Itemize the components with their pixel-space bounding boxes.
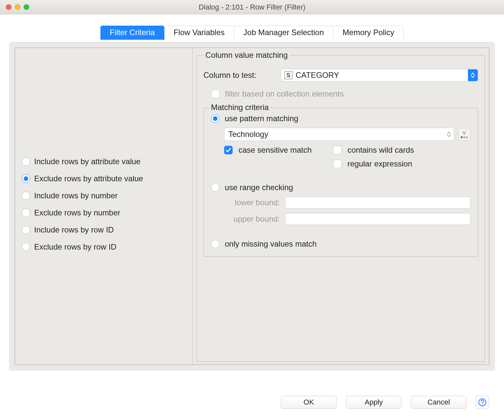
maximize-window-button[interactable] <box>24 4 29 10</box>
flow-variable-button[interactable]: V <box>458 128 471 141</box>
string-type-icon: S <box>284 71 292 79</box>
range-checking-radio[interactable]: use range checking <box>211 183 471 192</box>
wildcards-checkbox[interactable] <box>333 146 342 154</box>
cancel-button[interactable]: Cancel <box>411 396 467 409</box>
option-label: Exclude rows by attribute value <box>34 174 143 183</box>
lower-bound-input[interactable] <box>285 197 471 209</box>
pattern-value-text: Technology <box>228 130 268 139</box>
option-exclude-by-attribute[interactable]: Exclude rows by attribute value <box>22 170 189 187</box>
flow-variable-icon: V <box>463 130 466 136</box>
option-include-by-attribute[interactable]: Include rows by attribute value <box>22 153 189 170</box>
filter-collection-checkbox[interactable] <box>211 90 220 98</box>
tab-filter-criteria[interactable]: Filter Criteria <box>100 26 164 40</box>
tab-job-manager-selection[interactable]: Job Manager Selection <box>234 26 333 40</box>
tab-flow-variables[interactable]: Flow Variables <box>164 26 234 40</box>
select-arrows-icon <box>468 69 478 81</box>
pattern-matching-radio[interactable]: use pattern matching <box>211 114 471 123</box>
range-checking-label: use range checking <box>225 183 293 192</box>
option-label: Include rows by number <box>34 191 118 200</box>
radio-icon <box>22 174 30 183</box>
column-to-test-label: Column to test: <box>203 71 276 80</box>
config-panel: Include rows by attribute value Exclude … <box>9 42 495 370</box>
filter-mode-group: Include rows by attribute value Exclude … <box>15 48 192 365</box>
option-exclude-by-row-id[interactable]: Exclude rows by row ID <box>22 238 189 255</box>
column-to-test-select[interactable]: S CATEGORY <box>281 69 478 81</box>
svg-point-1 <box>482 404 483 405</box>
window-controls <box>6 4 29 10</box>
option-include-by-row-id[interactable]: Include rows by row ID <box>22 221 189 238</box>
lower-bound-label: lower bound: <box>221 198 280 207</box>
radio-icon <box>211 240 220 248</box>
tab-memory-policy[interactable]: Memory Policy <box>333 26 404 40</box>
radio-icon <box>22 191 30 200</box>
radio-icon <box>211 114 220 123</box>
option-label: Exclude rows by number <box>34 208 120 217</box>
matching-criteria-title: Matching criteria <box>209 103 271 112</box>
wildcards-label: contains wild cards <box>347 145 414 155</box>
group-title: Column value matching <box>203 51 290 60</box>
option-label: Include rows by attribute value <box>34 157 140 166</box>
radio-icon <box>22 209 30 217</box>
tab-strip: Filter Criteria Flow Variables Job Manag… <box>9 26 495 40</box>
column-value-matching-group: Column value matching Column to test: S … <box>197 51 485 362</box>
matching-criteria-group: Matching criteria use pattern matching T… <box>203 108 478 257</box>
option-exclude-by-number[interactable]: Exclude rows by number <box>22 204 189 221</box>
close-window-button[interactable] <box>6 4 11 10</box>
case-sensitive-label: case sensitive match <box>239 145 327 155</box>
help-icon <box>478 398 487 407</box>
title-bar: Dialog - 2:101 - Row Filter (Filter) <box>0 0 504 14</box>
combo-stepper-icon <box>445 129 452 140</box>
option-include-by-number[interactable]: Include rows by number <box>22 187 189 204</box>
window-title: Dialog - 2:101 - Row Filter (Filter) <box>0 3 504 11</box>
radio-icon <box>22 243 30 251</box>
regex-checkbox[interactable] <box>333 160 342 168</box>
missing-values-radio[interactable]: only missing values match <box>211 239 471 249</box>
missing-values-label: only missing values match <box>225 239 317 249</box>
radio-icon <box>211 183 220 192</box>
help-button[interactable] <box>476 396 489 409</box>
option-label: Include rows by row ID <box>34 225 114 234</box>
apply-button[interactable]: Apply <box>346 396 402 409</box>
radio-icon <box>22 157 30 166</box>
pattern-value-input[interactable]: Technology <box>224 128 454 141</box>
upper-bound-input[interactable] <box>285 213 471 225</box>
pattern-matching-label: use pattern matching <box>225 114 298 123</box>
upper-bound-label: upper bound: <box>221 214 280 224</box>
filter-collection-label: filter based on collection elements <box>225 89 344 99</box>
radio-icon <box>22 226 30 234</box>
option-label: Exclude rows by row ID <box>34 242 116 252</box>
minimize-window-button[interactable] <box>15 4 20 10</box>
ok-button[interactable]: OK <box>281 396 337 409</box>
regex-label: regular expression <box>347 159 412 168</box>
column-selected-value: CATEGORY <box>296 71 339 80</box>
case-sensitive-checkbox[interactable] <box>224 146 233 154</box>
